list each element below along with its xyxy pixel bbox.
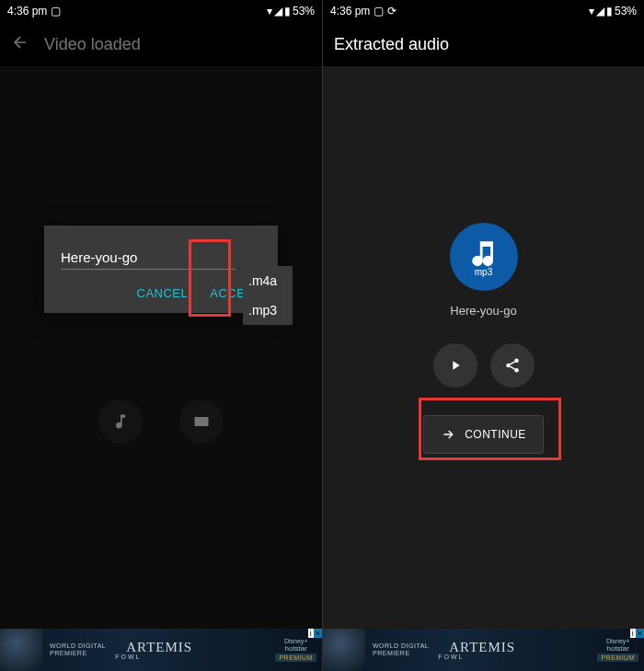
screenshot-icon: ▢: [51, 5, 61, 17]
status-time: 4:36 pm: [7, 5, 47, 17]
ad-tier: PREMIUM: [597, 654, 638, 662]
wifi-icon: ▾: [267, 5, 272, 17]
phone-left: 4:36 pm ▢ ▾ ◢ ▮ 53% Video loaded ▼: [0, 0, 322, 671]
audio-filename: Here-you-go: [450, 304, 516, 318]
app-bar: Video loaded: [0, 22, 322, 66]
ad-close-icon[interactable]: ×: [636, 629, 644, 638]
sync-icon: ⟳: [387, 5, 397, 17]
ad-brand: hotstar: [597, 644, 638, 653]
battery-pct: 53%: [293, 5, 315, 17]
status-bar: 4:36 pm ▢ ▾ ◢ ▮ 53%: [0, 0, 322, 22]
continue-button[interactable]: CONTINUE: [423, 415, 544, 454]
format-option-m4a[interactable]: .m4a: [243, 266, 293, 295]
ad-line2: PREMIERE: [50, 650, 106, 657]
share-button[interactable]: [490, 343, 535, 388]
ad-close-icon[interactable]: ×: [314, 629, 322, 638]
filename-input[interactable]: [61, 246, 236, 270]
signal-icon: ◢: [596, 5, 604, 17]
ad-tier: PREMIUM: [275, 654, 316, 662]
battery-icon: ▮: [606, 5, 613, 17]
ad-image: [0, 629, 42, 671]
status-bar: 4:36 pm ▢ ⟳ ▾ ◢ ▮ 53%: [323, 0, 644, 22]
battery-icon: ▮: [284, 5, 291, 17]
video-icon[interactable]: [179, 399, 224, 444]
battery-pct: 53%: [615, 5, 637, 17]
app-bar: Extracted audio: [323, 22, 644, 66]
filename-dialog: ▼ .m4a .mp3 CANCEL ACCEPT: [44, 226, 278, 313]
back-icon[interactable]: [11, 33, 29, 55]
ad-line2: PREMIERE: [373, 650, 429, 657]
ad-banner[interactable]: WORLD DIGITAL PREMIERE ARTEMIS FOWL Disn…: [0, 629, 322, 671]
ad-line1: WORLD DIGITAL: [50, 642, 106, 650]
play-button[interactable]: [433, 343, 477, 388]
music-icon[interactable]: [98, 399, 143, 444]
svg-point-3: [514, 359, 519, 364]
signal-icon: ◢: [274, 5, 282, 17]
svg-point-4: [506, 364, 511, 368]
format-option-mp3[interactable]: .mp3: [243, 295, 293, 325]
arrow-right-icon: [441, 427, 455, 442]
continue-label: CONTINUE: [465, 428, 526, 441]
svg-rect-2: [195, 417, 209, 426]
ad-line1: WORLD DIGITAL: [373, 642, 429, 650]
cancel-button[interactable]: CANCEL: [137, 286, 189, 300]
audio-format: mp3: [475, 267, 492, 277]
phone-right: 4:36 pm ▢ ⟳ ▾ ◢ ▮ 53% Extracted audio mp…: [322, 0, 644, 671]
screenshot-icon: ▢: [374, 5, 384, 17]
wifi-icon: ▾: [589, 5, 594, 17]
page-title: Extracted audio: [334, 35, 449, 54]
screen-body: [0, 66, 322, 629]
ad-banner[interactable]: WORLD DIGITAL PREMIERE ARTEMIS FOWL Disn…: [323, 629, 644, 671]
audio-file-icon: mp3: [450, 223, 518, 291]
page-title: Video loaded: [44, 35, 141, 54]
screen-body: mp3 Here-you-go CONTINUE: [323, 66, 644, 629]
status-time: 4:36 pm: [330, 5, 370, 17]
ad-brand: hotstar: [275, 644, 316, 653]
svg-point-5: [514, 368, 519, 373]
ad-image: [323, 629, 365, 671]
